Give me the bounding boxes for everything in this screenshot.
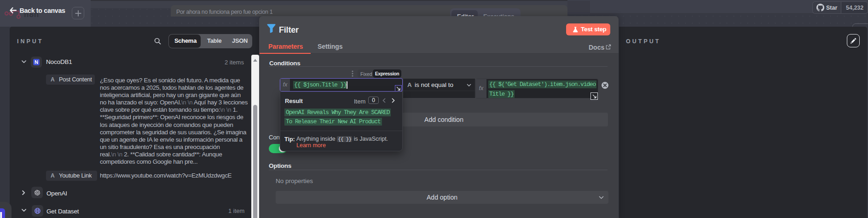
svg-text:N: N — [35, 59, 38, 65]
svg-text:N: N — [0, 210, 3, 218]
